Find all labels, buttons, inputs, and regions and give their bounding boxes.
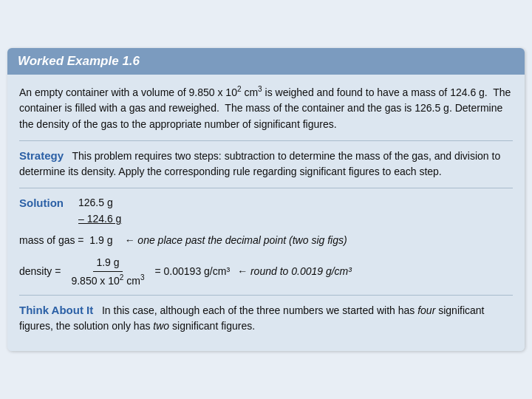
strategy-text: Strategy This problem requires two steps… [19,147,513,180]
density-fraction: 1.9 g 9.850 x 102 cm3 [68,254,147,288]
solution-result-label: mass of gas = 1.9 g [19,232,112,248]
think-italic1: four [417,304,435,316]
strategy-body: This problem requires two steps: subtrac… [19,150,500,178]
think-label: Think About It [19,304,93,316]
divider-3 [19,295,513,296]
card-title: Worked Example 1.6 [18,54,140,68]
strategy-label: Strategy [19,149,64,162]
solution-math-block: 126.5 g – 124.6 g [78,194,121,228]
solution-value2: – 124.6 g [78,211,121,227]
solution-label: Solution [19,194,64,212]
density-denominator: 9.850 x 102 cm3 [68,272,147,289]
think-text1: In this case, although each of the three… [102,304,415,316]
think-text: Think About It In this case, although ea… [19,301,513,335]
density-label: density = [19,263,61,279]
solution-arrow-note: ← one place past the decimal point (two … [124,232,347,248]
density-row: density = 1.9 g 9.850 x 102 cm3 = 0.0019… [19,254,513,288]
think-italic2: two [153,320,169,332]
divider-2 [19,188,513,188]
think-text3: significant figures. [172,320,255,332]
intro-section: An empty container with a volume of 9.85… [19,83,513,133]
intro-text: An empty container with a volume of 9.85… [19,83,513,133]
solution-header-row: Solution 126.5 g – 124.6 g [19,194,513,228]
worked-example-card: Worked Example 1.6 An empty container wi… [7,48,525,351]
think-section: Think About It In this case, although ea… [19,301,513,335]
divider-1 [19,140,513,141]
card-header: Worked Example 1.6 [7,48,525,75]
density-note: ← round to 0.0019 g/cm³ [237,263,352,279]
card-body: An empty container with a volume of 9.85… [7,75,525,351]
density-equals: = 0.00193 g/cm³ [155,263,231,279]
strategy-section: Strategy This problem requires two steps… [19,147,513,180]
density-numerator: 1.9 g [93,254,122,271]
solution-result-row: mass of gas = 1.9 g ← one place past the… [19,232,513,248]
solution-value1: 126.5 g [78,194,121,211]
solution-section: Solution 126.5 g – 124.6 g mass of gas =… [19,194,513,289]
